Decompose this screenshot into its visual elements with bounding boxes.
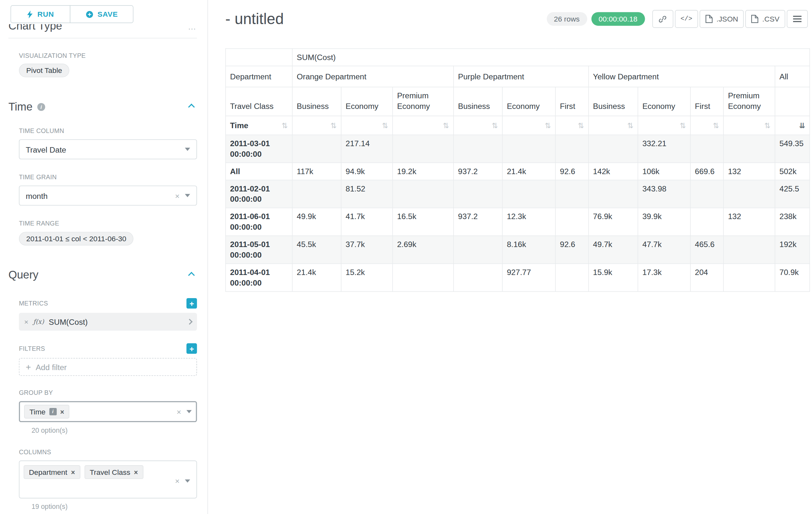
- info-icon: i: [49, 408, 57, 415]
- chevron-up-icon[interactable]: [188, 104, 195, 110]
- overflow-dots: ⋯: [188, 24, 197, 33]
- pivot-cell: [502, 180, 555, 208]
- copy-link-button[interactable]: [652, 10, 673, 28]
- pivot-sort-cell: ⇊: [775, 116, 810, 135]
- code-icon: </>: [680, 15, 692, 23]
- chart-type-section-header: Chart Type ⋯: [8, 24, 197, 33]
- pivot-cell: 15.9k: [589, 264, 638, 292]
- pivot-cell: 39.9k: [638, 208, 691, 236]
- chevron-up-icon[interactable]: [188, 271, 195, 278]
- export-csv-button[interactable]: .CSV: [746, 10, 785, 28]
- query-section-header: Query: [8, 269, 197, 281]
- visualization-type-value[interactable]: Pivot Table: [19, 63, 69, 77]
- pivot-cell: 192k: [775, 236, 810, 264]
- sort-icon[interactable]: ⇅: [443, 120, 449, 131]
- chevron-down-icon: [185, 479, 190, 483]
- add-filter-button[interactable]: +: [186, 344, 197, 354]
- pivot-cell: 49.9k: [292, 208, 341, 236]
- pivot-sort-cell: ⇅: [393, 116, 454, 135]
- pivot-sort-cell: ⇅: [454, 116, 502, 135]
- remove-tag-icon[interactable]: ×: [71, 468, 75, 476]
- pivot-row: 2011-04-01 00:00:0021.4k15.2k927.7715.9k…: [226, 264, 810, 292]
- sort-icon[interactable]: ⇅: [282, 120, 288, 131]
- pivot-cell: 12.3k: [502, 208, 555, 236]
- pivot-cell: 41.7k: [341, 208, 393, 236]
- columns-options-hint: 19 option(s): [31, 503, 197, 511]
- chevron-down-icon: [185, 148, 190, 151]
- pivot-cell: 502k: [775, 163, 810, 180]
- pivot-cell: 21.4k: [502, 163, 555, 180]
- chevron-right-icon[interactable]: [187, 319, 193, 325]
- pivot-cell: 937.2: [454, 163, 502, 180]
- visualization-type-control: VISUALIZATION TYPE Pivot Table: [19, 52, 197, 77]
- sort-icon[interactable]: ⇅: [545, 120, 551, 131]
- clear-icon[interactable]: ×: [176, 408, 181, 416]
- pivot-sort-cell: ⇅: [556, 116, 589, 135]
- sort-icon[interactable]: ⇅: [713, 120, 719, 131]
- sort-icon[interactable]: ⇅: [764, 120, 771, 131]
- chart-title[interactable]: - untitled: [225, 10, 284, 28]
- pivot-group-header: Yellow Department: [589, 66, 775, 87]
- file-icon: [751, 15, 759, 23]
- sort-icon[interactable]: ⇅: [680, 120, 686, 131]
- pivot-cell: [589, 180, 638, 208]
- group-by-select[interactable]: Time i × ×: [19, 401, 197, 422]
- group-by-options-hint: 20 option(s): [31, 426, 197, 434]
- group-by-tag[interactable]: Time i ×: [24, 405, 69, 418]
- pivot-group-header: Orange Department: [292, 66, 454, 87]
- time-grain-select[interactable]: month ×: [19, 186, 197, 206]
- remove-tag-icon[interactable]: ×: [134, 468, 138, 476]
- columns-tag[interactable]: Travel Class ×: [84, 465, 143, 479]
- pivot-cell: 669.6: [690, 163, 723, 180]
- sort-icon[interactable]: ⇅: [492, 120, 498, 131]
- pivot-sort-cell: ⇅: [638, 116, 691, 135]
- pivot-metric-header: SUM(Cost): [292, 49, 810, 66]
- pivot-cell: [723, 135, 775, 163]
- time-column-label: TIME COLUMN: [19, 127, 64, 135]
- plus-circle-icon: [85, 10, 93, 18]
- clear-icon[interactable]: ×: [175, 191, 179, 199]
- pivot-cell: [454, 236, 502, 264]
- menu-button[interactable]: [787, 10, 808, 28]
- sort-desc-icon[interactable]: ⇊: [799, 120, 805, 131]
- run-button[interactable]: RUN: [10, 5, 70, 23]
- export-csv-label: .CSV: [762, 15, 779, 23]
- info-icon: i: [37, 103, 45, 111]
- pivot-column-header: Economy: [638, 87, 691, 116]
- pivot-cell: [393, 135, 454, 163]
- sort-icon[interactable]: ⇅: [382, 120, 388, 131]
- pivot-cell: [393, 264, 454, 292]
- sort-icon[interactable]: ⇅: [578, 120, 584, 131]
- clear-icon[interactable]: ×: [175, 477, 179, 485]
- columns-tag-label: Department: [29, 468, 67, 476]
- group-by-field: GROUP BY Time i × × 20 option(s): [19, 387, 197, 434]
- add-metric-button[interactable]: +: [186, 298, 197, 309]
- export-json-button[interactable]: .JSON: [700, 10, 744, 28]
- remove-metric-icon[interactable]: ×: [24, 317, 28, 326]
- pivot-cell: [556, 135, 589, 163]
- sort-icon[interactable]: ⇅: [627, 120, 633, 131]
- pivot-cell: [589, 135, 638, 163]
- pivot-sort-cell: ⇅: [292, 116, 341, 135]
- metric-item[interactable]: × ƒ(x) SUM(Cost): [19, 313, 197, 331]
- embed-code-button[interactable]: </>: [675, 10, 698, 28]
- columns-select[interactable]: Department × Travel Class × ×: [19, 461, 197, 498]
- pivot-group-header: Purple Department: [454, 66, 589, 87]
- add-filter-dropzone[interactable]: + Add filter: [19, 358, 197, 376]
- pivot-cell: 465.6: [690, 236, 723, 264]
- chevron-down-icon: [185, 194, 190, 197]
- time-section-header: Time i: [8, 101, 197, 113]
- remove-tag-icon[interactable]: ×: [60, 408, 64, 416]
- time-column-select[interactable]: Travel Date: [19, 139, 197, 159]
- query-timer-badge: 00:00:00.18: [591, 12, 645, 26]
- columns-label: COLUMNS: [19, 449, 51, 456]
- time-range-value[interactable]: 2011-01-01 ≤ col < 2011-06-30: [19, 232, 134, 246]
- columns-tag[interactable]: Department ×: [24, 465, 80, 479]
- export-json-label: .JSON: [716, 15, 738, 23]
- save-button[interactable]: SAVE: [70, 5, 134, 23]
- time-grain-label: TIME GRAIN: [19, 173, 57, 181]
- pivot-cell: [556, 180, 589, 208]
- sort-icon[interactable]: ⇅: [330, 120, 337, 131]
- pivot-sort-cell: ⇅: [341, 116, 393, 135]
- pivot-group-header: All: [775, 66, 810, 87]
